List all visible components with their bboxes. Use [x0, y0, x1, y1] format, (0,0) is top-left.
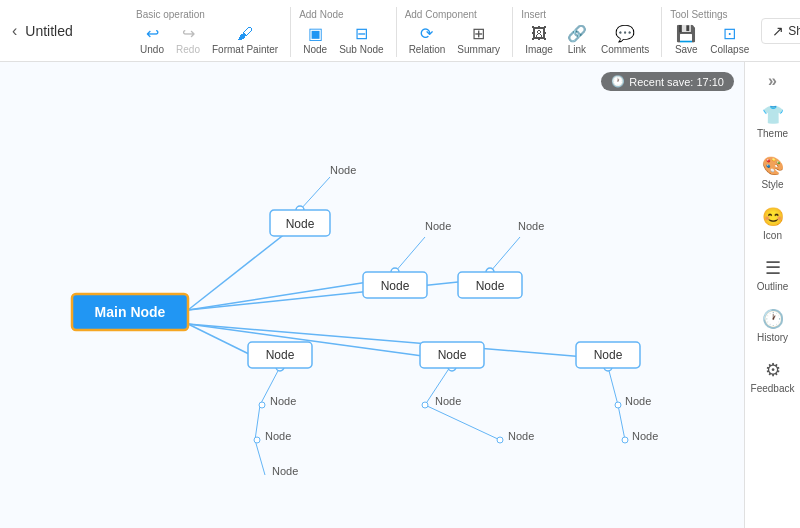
panel-item-theme[interactable]: 👕 Theme: [745, 96, 800, 147]
top2-label-text: Node: [425, 220, 451, 232]
panel-collapse-button[interactable]: »: [745, 66, 800, 96]
back-button[interactable]: ‹: [8, 18, 21, 44]
share-button[interactable]: ↗ Share: [761, 18, 800, 44]
comments-button[interactable]: 💬 Comments: [597, 22, 653, 57]
group-items-addnode: ▣ Node ⊟ Sub Node: [299, 22, 387, 57]
b1a-text: Node: [270, 395, 296, 407]
collapse-icon: ⊡: [723, 24, 736, 43]
b1b-connector: [254, 437, 260, 443]
toolbar-group-add-component: Add Component ⟳ Relation ⊞ Summary: [397, 7, 514, 57]
group-items-addcomponent: ⟳ Relation ⊞ Summary: [405, 22, 505, 57]
b3a-connector: [615, 402, 621, 408]
image-button[interactable]: 🖼 Image: [521, 23, 557, 57]
style-icon: 🎨: [762, 155, 784, 177]
comments-label: Comments: [601, 44, 649, 55]
summary-label: Summary: [457, 44, 500, 55]
node-label: Node: [303, 44, 327, 55]
group-label-basic: Basic operation: [136, 9, 205, 20]
b1b-text: Node: [265, 430, 291, 442]
top3-text: Node: [476, 279, 505, 293]
icon-label: Icon: [763, 230, 782, 241]
top1-text: Node: [286, 217, 315, 231]
subnode-button[interactable]: ⊟ Sub Node: [335, 22, 387, 57]
comments-icon: 💬: [615, 24, 635, 43]
panel-item-feedback[interactable]: ⚙ Feedback: [745, 351, 800, 402]
mid1-text: Node: [266, 348, 295, 362]
canvas[interactable]: 🕐 Recent save: 17:10: [0, 62, 744, 528]
mindmap-svg: Main Node Node Node Node Node Node Node …: [0, 62, 744, 528]
feedback-icon: ⚙: [765, 359, 781, 381]
theme-icon: 👕: [762, 104, 784, 126]
undo-icon: ↩: [146, 24, 159, 43]
link-icon: 🔗: [567, 24, 587, 43]
summary-button[interactable]: ⊞ Summary: [453, 22, 504, 57]
top-label-text: Node: [330, 164, 356, 176]
format-painter-label: Format Painter: [212, 44, 278, 55]
icon-icon: 😊: [762, 206, 784, 228]
toolbar: ‹ Untitled Basic operation ↩ Undo ↪ Redo…: [0, 0, 800, 62]
group-items-insert: 🖼 Image 🔗 Link 💬 Comments: [521, 22, 653, 57]
line-top-label: [300, 177, 330, 210]
redo-icon: ↪: [182, 24, 195, 43]
toolbar-group-tool-settings: Tool Settings 💾 Save ⊡ Collapse: [662, 7, 761, 57]
panel-item-outline[interactable]: ☰ Outline: [745, 249, 800, 300]
line-b1a-b1b: [255, 405, 260, 440]
undo-button[interactable]: ↩ Undo: [136, 22, 168, 57]
save-label: Save: [675, 44, 698, 55]
main-area: 🕐 Recent save: 17:10: [0, 62, 800, 528]
summary-icon: ⊞: [472, 24, 485, 43]
image-icon: 🖼: [531, 25, 547, 43]
undo-label: Undo: [140, 44, 164, 55]
panel-item-style[interactable]: 🎨 Style: [745, 147, 800, 198]
line-mid3-b3a: [608, 367, 618, 405]
history-label: History: [757, 332, 788, 343]
toolbar-groups: Basic operation ↩ Undo ↪ Redo 🖌 Format P…: [128, 0, 761, 61]
redo-button[interactable]: ↪ Redo: [172, 22, 204, 57]
save-button[interactable]: 💾 Save: [670, 22, 702, 57]
group-label-insert: Insert: [521, 9, 546, 20]
line-top3-label: [490, 237, 520, 272]
outline-label: Outline: [757, 281, 789, 292]
b1a-connector: [259, 402, 265, 408]
relation-icon: ⟳: [420, 24, 433, 43]
toolbar-left: ‹ Untitled: [8, 0, 128, 61]
link-button[interactable]: 🔗 Link: [561, 22, 593, 57]
toolbar-group-insert: Insert 🖼 Image 🔗 Link 💬 Comments: [513, 7, 662, 57]
group-label-addcomponent: Add Component: [405, 9, 477, 20]
main-node-text: Main Node: [95, 304, 166, 320]
b2b-text: Node: [508, 430, 534, 442]
node-button[interactable]: ▣ Node: [299, 22, 331, 57]
format-painter-button[interactable]: 🖌 Format Painter: [208, 23, 282, 57]
b2b-connector: [497, 437, 503, 443]
mid2-text: Node: [438, 348, 467, 362]
line-top2-label: [395, 237, 425, 272]
line-b2a-b2b: [425, 405, 500, 440]
top3-label-text: Node: [518, 220, 544, 232]
subnode-icon: ⊟: [355, 24, 368, 43]
theme-label: Theme: [757, 128, 788, 139]
collapse-button[interactable]: ⊡ Collapse: [706, 22, 753, 57]
style-label: Style: [761, 179, 783, 190]
toolbar-group-add-node: Add Node ▣ Node ⊟ Sub Node: [291, 7, 396, 57]
redo-label: Redo: [176, 44, 200, 55]
relation-button[interactable]: ⟳ Relation: [405, 22, 450, 57]
chevron-left-icon: »: [768, 72, 777, 89]
save-icon: 💾: [676, 24, 696, 43]
panel-item-history[interactable]: 🕐 History: [745, 300, 800, 351]
right-panel: » 👕 Theme 🎨 Style 😊 Icon ☰ Outline 🕐 His…: [744, 62, 800, 528]
group-label-toolsettings: Tool Settings: [670, 9, 727, 20]
node-icon: ▣: [308, 24, 323, 43]
link-label: Link: [568, 44, 586, 55]
panel-item-icon[interactable]: 😊 Icon: [745, 198, 800, 249]
share-icon: ↗: [772, 23, 784, 39]
toolbar-right: ↗ Share 📤 Export: [761, 0, 800, 61]
collapse-label: Collapse: [710, 44, 749, 55]
group-items-toolsettings: 💾 Save ⊡ Collapse: [670, 22, 753, 57]
b1c-text: Node: [272, 465, 298, 477]
app-title: Untitled: [25, 23, 72, 39]
group-items-basic: ↩ Undo ↪ Redo 🖌 Format Painter: [136, 22, 282, 57]
line-b3a-b3b: [618, 405, 625, 440]
history-icon: 🕐: [762, 308, 784, 330]
b3b-text: Node: [632, 430, 658, 442]
outline-icon: ☰: [765, 257, 781, 279]
